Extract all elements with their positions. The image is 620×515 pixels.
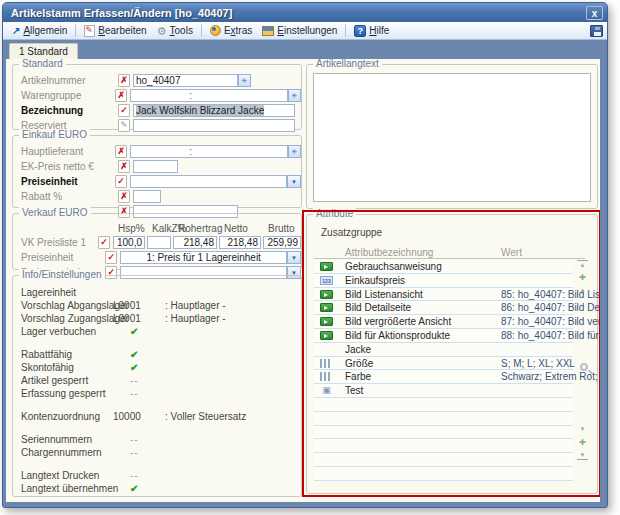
dash-icon: -- bbox=[130, 375, 139, 386]
field-input-artikelnummer[interactable]: ho_40407 bbox=[133, 74, 238, 87]
field-input-hauptlieferant[interactable]: : bbox=[130, 145, 288, 158]
required-missing-icon: ✗ bbox=[115, 89, 127, 102]
price-field-3[interactable]: 218,48 bbox=[219, 236, 261, 249]
field-input-bezeichnung[interactable]: Jack Wolfskin Blizzard Jacke bbox=[133, 104, 295, 117]
attribute-row-bild-vergr-erte-ansicht[interactable]: Bild vergrößerte Ansicht87: ho_40407: Bi… bbox=[314, 315, 573, 329]
required-filled-icon: ✓ bbox=[105, 251, 117, 264]
insert-row-icon[interactable]: ✚ bbox=[577, 273, 588, 282]
langtext-textarea[interactable] bbox=[313, 73, 591, 202]
attribute-name: Bild für Aktionsprodukte bbox=[345, 330, 450, 341]
attribute-row-empty[interactable] bbox=[314, 453, 573, 467]
attribute-row-einkaufspreis[interactable]: 123Einkaufspreis bbox=[314, 274, 573, 288]
required-filled-icon: ✓ bbox=[98, 236, 110, 249]
check-icon: ✔ bbox=[130, 362, 138, 373]
search-icon[interactable] bbox=[580, 363, 588, 371]
dash-icon: -- bbox=[130, 470, 139, 481]
price-field-2[interactable]: 218,48 bbox=[173, 236, 217, 249]
menu-item-bearbeiten[interactable]: Bearbeiten bbox=[79, 24, 151, 38]
close-icon[interactable]: x bbox=[586, 6, 603, 20]
settings-icon bbox=[262, 26, 274, 36]
scroll-to-top-icon[interactable]: ▲ bbox=[577, 260, 588, 269]
dropdown-arrow-icon[interactable]: ▼ bbox=[287, 175, 301, 188]
help-icon: ? bbox=[354, 25, 366, 37]
attribute-row-empty[interactable] bbox=[314, 398, 573, 412]
attribute-row-farbe[interactable]: FarbeSchwarz; Extrem Rot; Extre bbox=[314, 370, 573, 384]
attribute-row-empty[interactable] bbox=[314, 439, 573, 453]
menu-item-tools[interactable]: ⚙Tools bbox=[152, 24, 198, 38]
field-label: EK-Preis netto € bbox=[21, 161, 118, 172]
info-row-rabattf-hig: Rabattfähig✔ bbox=[13, 348, 301, 361]
lookup-button[interactable]: ✳ bbox=[288, 145, 301, 158]
field-input-preiseinheit[interactable] bbox=[130, 175, 287, 188]
attribute-row-empty[interactable] bbox=[314, 426, 573, 440]
menu-item-allgemein[interactable]: ↗Allgemein bbox=[7, 24, 72, 37]
info-row-seriennummern: Seriennummern-- bbox=[13, 433, 301, 446]
info-label: Langtext übernehmen bbox=[21, 483, 118, 494]
field-row-rabatt-: Rabatt %✗ bbox=[13, 189, 301, 204]
info-value-text: : Hauptlager - bbox=[165, 300, 226, 311]
info-label: Skontofähig bbox=[21, 362, 74, 373]
app-window: Artikelstamm Erfassen/Ändern [ho_40407] … bbox=[2, 2, 608, 508]
lookup-button[interactable]: ✳ bbox=[238, 74, 251, 87]
menu-item-label: Tools bbox=[170, 25, 193, 36]
price-value: 218,48 bbox=[183, 237, 214, 248]
info-label: Langtext Drucken bbox=[21, 470, 99, 481]
field-input-rabatt-[interactable] bbox=[133, 190, 161, 203]
field-label: VK Preisliste 1 bbox=[21, 237, 98, 248]
price-value: 218,48 bbox=[227, 237, 258, 248]
group-info-title: Info/Einstellungen bbox=[19, 269, 105, 280]
required-missing-icon: ✗ bbox=[118, 74, 130, 87]
arrow-ne-icon: ↗ bbox=[12, 25, 20, 36]
tools-icon: ⚙ bbox=[157, 25, 167, 37]
group-langtext-title: Artikellangtext bbox=[313, 59, 382, 69]
dash-icon: -- bbox=[130, 388, 139, 399]
image-attribute-icon bbox=[320, 317, 333, 326]
info-label: Lagereinheit bbox=[21, 287, 76, 298]
menu-item-extras[interactable]: Extras bbox=[205, 24, 257, 37]
field-label: Hauptlieferant bbox=[21, 146, 115, 157]
attribute-row-empty[interactable] bbox=[314, 412, 573, 426]
attribute-row-empty[interactable] bbox=[314, 467, 573, 481]
attribute-name: Test bbox=[345, 385, 363, 396]
tab-standard[interactable]: 1 Standard bbox=[9, 43, 78, 59]
info-label: Lager verbuchen bbox=[21, 326, 96, 337]
save-icon[interactable] bbox=[590, 25, 603, 37]
attribute-row-jacke[interactable]: Jacke bbox=[314, 343, 573, 357]
required-missing-icon: ✗ bbox=[115, 145, 127, 158]
content-area: Standard Artikelnummer✗ho_40407✳Warengru… bbox=[6, 59, 600, 502]
field-input-preiseinheit[interactable]: 1: Preis für 1 Lagereinheit bbox=[120, 251, 287, 264]
dropdown-arrow-icon[interactable]: ▼ bbox=[287, 251, 301, 264]
attribute-grid-scrollbar: ▲ ✚ ▲ ▼ ✚ ▼ bbox=[577, 260, 589, 485]
check-icon: ✔ bbox=[130, 326, 138, 337]
price-field-4[interactable]: 259,99 bbox=[263, 236, 301, 249]
scroll-up-icon[interactable]: ▲ bbox=[577, 286, 588, 295]
spacer bbox=[13, 459, 301, 469]
attribute-row-bild-f-r-aktionsprodukte[interactable]: Bild für Aktionsprodukte88: ho_40407: Bi… bbox=[314, 329, 573, 343]
price-field-0[interactable]: 100,0 bbox=[113, 236, 145, 249]
image-attribute-icon bbox=[320, 331, 333, 340]
tab-strip: 1 Standard bbox=[3, 40, 607, 59]
checkbox-attribute-icon: ▣ bbox=[320, 386, 333, 395]
price-column-header: Netto bbox=[224, 223, 266, 234]
info-label: Rabattfähig bbox=[21, 349, 72, 360]
menu-item-hilfe[interactable]: ?Hilfe bbox=[349, 24, 394, 38]
field-value: 1: Preis für 1 Lagereinheit bbox=[146, 252, 261, 263]
price-field-1[interactable] bbox=[147, 236, 171, 249]
scroll-to-bottom-icon[interactable]: ▼ bbox=[577, 451, 588, 460]
menu-item-label: Extras bbox=[224, 25, 252, 36]
menu-item-einstellungen[interactable]: Einstellungen bbox=[257, 24, 342, 37]
attribute-row-bild-detailseite[interactable]: Bild Detailseite86: ho_40407: Bild Detai… bbox=[314, 301, 573, 315]
attribute-row-bild-listenansicht[interactable]: Bild Listenansicht85: ho_40407: Bild Lis… bbox=[314, 288, 573, 302]
lookup-button[interactable]: ✳ bbox=[288, 89, 301, 102]
attribute-row-gr-e[interactable]: GrößeS; M; L; XL; XXL bbox=[314, 357, 573, 371]
field-input-warengruppe[interactable]: : bbox=[130, 89, 288, 102]
menu-item-label: Einstellungen bbox=[277, 25, 337, 36]
attribute-row-gebrauchsanweisung[interactable]: Gebrauchsanweisung bbox=[314, 260, 573, 274]
insert-row-bottom-icon[interactable]: ✚ bbox=[577, 438, 588, 447]
zusatzgruppe-label: Zusatzgruppe bbox=[321, 227, 382, 238]
attribute-row-test[interactable]: ▣Test bbox=[314, 384, 573, 398]
field-input-reserviert[interactable] bbox=[133, 119, 295, 132]
field-input-ek-preis-netto-[interactable] bbox=[133, 160, 178, 173]
field-row-vk-preisliste-1: VK Preisliste 1✓100,0218,48218,48259,99 bbox=[13, 235, 301, 250]
scroll-down-icon[interactable]: ▼ bbox=[577, 425, 588, 434]
